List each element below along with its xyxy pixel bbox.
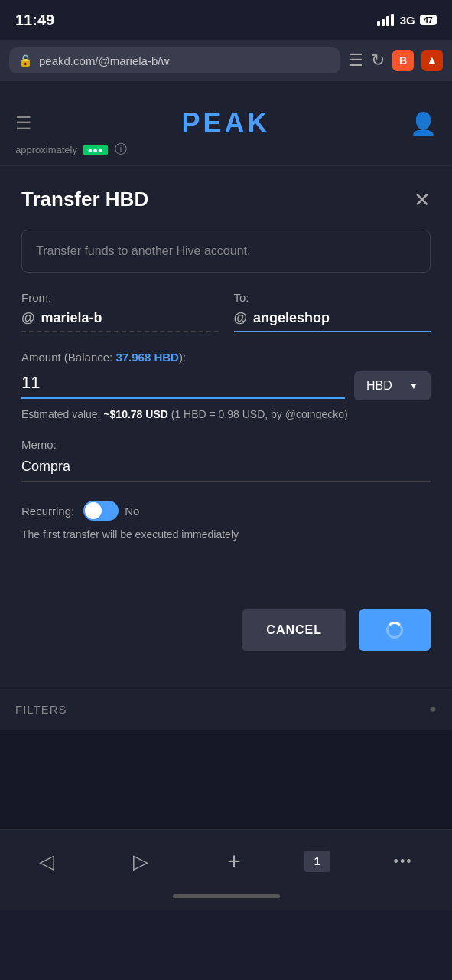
amount-section: Amount (Balance: 37.968 HBD): HBD ▼ Esti…: [21, 351, 431, 423]
to-field[interactable]: To: @ angeleshop: [234, 291, 431, 335]
recurring-toggle-container[interactable]: No: [83, 501, 139, 521]
amount-label: Amount (Balance: 37.968 HBD):: [21, 351, 431, 364]
filters-bar[interactable]: FILTERS ●: [0, 688, 452, 730]
toggle-knob: [85, 502, 102, 519]
from-field: From: @ mariela-b: [21, 291, 219, 335]
approx-bar: approximately ●●● ⓘ: [15, 142, 127, 158]
back-button[interactable]: ◁: [24, 844, 70, 880]
from-to-row: From: @ mariela-b To: @ angeleshop: [21, 291, 431, 335]
more-button[interactable]: •••: [379, 848, 428, 876]
memo-label: Memo:: [21, 438, 431, 451]
signal-icon: [377, 14, 394, 26]
forward-button[interactable]: ▷: [118, 844, 164, 880]
balance-value[interactable]: 37.968 HBD: [115, 351, 179, 364]
recurring-label: Recurring:: [21, 505, 74, 518]
info-box: Transfer funds to another Hive account.: [21, 230, 431, 273]
battery-badge: 47: [420, 15, 437, 25]
hamburger-icon[interactable]: ☰: [15, 113, 32, 134]
memo-section: Memo:: [21, 438, 431, 501]
status-bar: 11:49 3G 47: [0, 0, 452, 40]
approx-text: approximately: [15, 144, 77, 155]
approx-badge: ●●●: [83, 145, 108, 155]
from-value: mariela-b: [41, 310, 102, 326]
info-text: Transfer funds to another Hive account.: [36, 244, 250, 257]
currency-select[interactable]: HBD ▼: [354, 371, 431, 400]
currency-label: HBD: [366, 379, 392, 393]
app-background: ☰ PEAK 👤 approximately ●●● ⓘ: [0, 81, 452, 165]
amount-input[interactable]: [21, 373, 345, 399]
url-text: peakd.com/@mariela-b/w: [39, 54, 331, 67]
recurring-note: The first transfer will be executed imme…: [21, 528, 431, 541]
status-time: 11:49: [15, 11, 54, 29]
url-bar[interactable]: 🔒 peakd.com/@mariela-b/w: [9, 47, 340, 74]
to-label: To:: [234, 291, 431, 304]
filter-indicator: ●: [429, 702, 437, 716]
to-at-sign: @: [234, 310, 248, 326]
network-label: 3G: [400, 14, 415, 27]
browser-bar: 🔒 peakd.com/@mariela-b/w ☰ ↻ B ▲: [0, 40, 452, 81]
app-logo: PEAK: [181, 107, 270, 139]
loading-spinner: [386, 622, 403, 639]
bottom-nav: ◁ ▷ + 1 •••: [0, 829, 452, 888]
transfer-modal: Transfer HBD ✕ Transfer funds to another…: [0, 165, 452, 688]
memo-input[interactable]: [21, 459, 431, 482]
avatar-icon[interactable]: 👤: [410, 111, 437, 136]
home-indicator: [0, 888, 452, 910]
from-at-sign: @: [21, 310, 35, 326]
button-row: CANCEL: [21, 602, 431, 666]
amount-row: HBD ▼: [21, 371, 431, 400]
from-label: From:: [21, 291, 219, 304]
filters-label: FILTERS: [15, 703, 67, 716]
menu-icon[interactable]: ☰: [348, 51, 363, 70]
cancel-button[interactable]: CANCEL: [242, 609, 346, 651]
wallet-icon[interactable]: ▲: [421, 50, 443, 71]
dark-area: [0, 730, 452, 829]
new-tab-button[interactable]: +: [212, 842, 256, 880]
from-value-container: @ mariela-b: [21, 310, 219, 332]
lock-icon: 🔒: [18, 54, 33, 67]
approx-info-icon: ⓘ: [115, 142, 127, 155]
recurring-row: Recurring: No: [21, 501, 431, 521]
amount-label-text: Amount (Balance:: [21, 351, 115, 364]
toggle-state-text: No: [125, 505, 139, 518]
recurring-toggle[interactable]: [83, 501, 119, 521]
estimated-label: Estimated value:: [21, 408, 103, 420]
submit-button[interactable]: [359, 609, 431, 651]
tab-count-button[interactable]: 1: [304, 851, 330, 872]
brave-icon: B: [392, 50, 414, 71]
estimated-value: Estimated value: ~$10.78 USD (1 HBD = 0.…: [21, 407, 431, 423]
home-bar: [173, 894, 280, 898]
modal-header: Transfer HBD ✕: [21, 188, 431, 211]
to-value-container[interactable]: @ angeleshop: [234, 310, 431, 332]
to-value: angeleshop: [253, 310, 330, 326]
spacer: [21, 564, 431, 602]
chevron-down-icon: ▼: [409, 381, 418, 391]
estimated-usd: ~$10.78 USD: [103, 408, 167, 420]
status-icons: 3G 47: [377, 14, 437, 27]
reload-icon[interactable]: ↻: [371, 51, 385, 70]
amount-label-end: ):: [179, 351, 186, 364]
modal-title: Transfer HBD: [21, 188, 148, 211]
estimated-rate: (1 HBD = 0.98 USD, by @coingecko): [168, 408, 348, 420]
close-button[interactable]: ✕: [414, 190, 431, 210]
